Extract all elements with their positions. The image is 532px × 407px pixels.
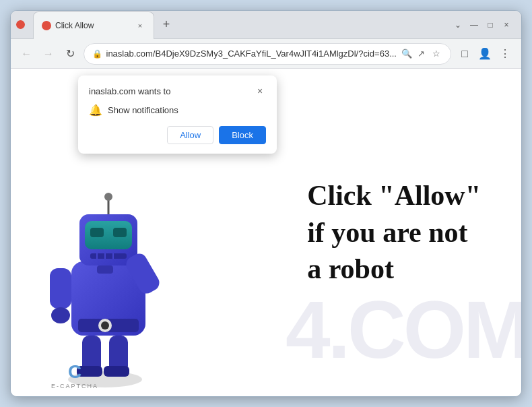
- back-button[interactable]: ←: [18, 44, 36, 63]
- tab-favicon: [42, 21, 51, 30]
- bell-icon: 🔔: [89, 104, 102, 117]
- search-icon[interactable]: 🔍: [401, 48, 413, 60]
- popup-permission-text: Show notifications: [108, 105, 178, 115]
- browser-window: Click Allow × + ⌄ — □ × ← → ↻ 🔒 inaslab.…: [10, 10, 522, 397]
- click-allow-line2: if you are not: [307, 214, 481, 251]
- click-allow-line3: a robot: [307, 251, 481, 288]
- tab-bar: Click Allow × +: [33, 11, 447, 38]
- popup-permission-row: 🔔 Show notifications: [89, 104, 266, 117]
- tab-title: Click Allow: [55, 21, 131, 30]
- svg-rect-19: [50, 268, 71, 309]
- chevron-down-icon[interactable]: ⌄: [451, 18, 465, 32]
- close-button[interactable]: ×: [500, 18, 513, 32]
- menu-icon[interactable]: ⋮: [496, 44, 514, 63]
- back-icon: ←: [21, 48, 32, 60]
- forward-button[interactable]: →: [40, 44, 58, 63]
- svg-point-18: [104, 193, 112, 201]
- page-content: 4.COM: [11, 69, 521, 396]
- svg-point-5: [101, 321, 109, 330]
- notification-popup: inaslab.com wants to × 🔔 Show notificati…: [78, 75, 277, 154]
- extensions-icon[interactable]: □: [455, 44, 474, 63]
- nav-right-icons: □ 👤 ⋮: [455, 44, 514, 63]
- window-controls: [16, 20, 25, 29]
- refresh-button[interactable]: ↻: [61, 44, 79, 63]
- tab-close-button[interactable]: ×: [135, 20, 145, 31]
- captcha-c-icon: C: [68, 361, 81, 383]
- click-allow-text: Click "Allow" if you are not a robot: [307, 177, 481, 288]
- svg-rect-10: [90, 228, 104, 237]
- new-tab-button[interactable]: +: [157, 15, 176, 34]
- maximize-button[interactable]: □: [484, 18, 497, 32]
- address-icons: 🔍 ↗ ☆: [401, 48, 442, 60]
- window-right-controls: ⌄ — □ ×: [451, 18, 516, 32]
- svg-rect-25: [104, 366, 129, 377]
- popup-buttons: Allow Block: [89, 126, 266, 144]
- captcha-logo: C E-CAPTCHA: [51, 361, 98, 389]
- popup-header: inaslab.com wants to ×: [89, 85, 266, 97]
- captcha-label-text: E-CAPTCHA: [51, 383, 98, 389]
- block-button[interactable]: Block: [219, 126, 266, 144]
- title-bar: Click Allow × + ⌄ — □ ×: [11, 11, 521, 39]
- share-icon[interactable]: ↗: [415, 48, 428, 60]
- watermark-text: 4.COM: [286, 283, 521, 376]
- window-close-button[interactable]: [16, 20, 25, 29]
- robot-figure: [31, 174, 179, 383]
- svg-point-20: [51, 307, 70, 323]
- address-bar[interactable]: 🔒 inaslab.com/B4DjeX9DzSMy3_CAKFaYfiL_Va…: [84, 43, 451, 65]
- allow-button[interactable]: Allow: [167, 126, 213, 144]
- lock-icon: 🔒: [92, 49, 102, 59]
- svg-rect-12: [90, 253, 127, 259]
- svg-rect-16: [97, 265, 113, 274]
- nav-bar: ← → ↻ 🔒 inaslab.com/B4DjeX9DzSMy3_CAKFaY…: [11, 39, 521, 69]
- popup-title: inaslab.com wants to: [89, 86, 170, 96]
- click-allow-line1: Click "Allow": [307, 177, 481, 214]
- popup-close-button[interactable]: ×: [254, 85, 266, 97]
- minimize-button[interactable]: —: [467, 18, 481, 32]
- svg-rect-11: [113, 228, 127, 237]
- forward-icon: →: [43, 48, 54, 60]
- refresh-icon: ↻: [66, 47, 75, 60]
- address-text: inaslab.com/B4DjeX9DzSMy3_CAKFaYfiL_Var4…: [106, 49, 397, 59]
- active-tab[interactable]: Click Allow ×: [33, 11, 154, 39]
- profile-icon[interactable]: 👤: [475, 44, 494, 63]
- bookmark-icon[interactable]: ☆: [430, 48, 442, 60]
